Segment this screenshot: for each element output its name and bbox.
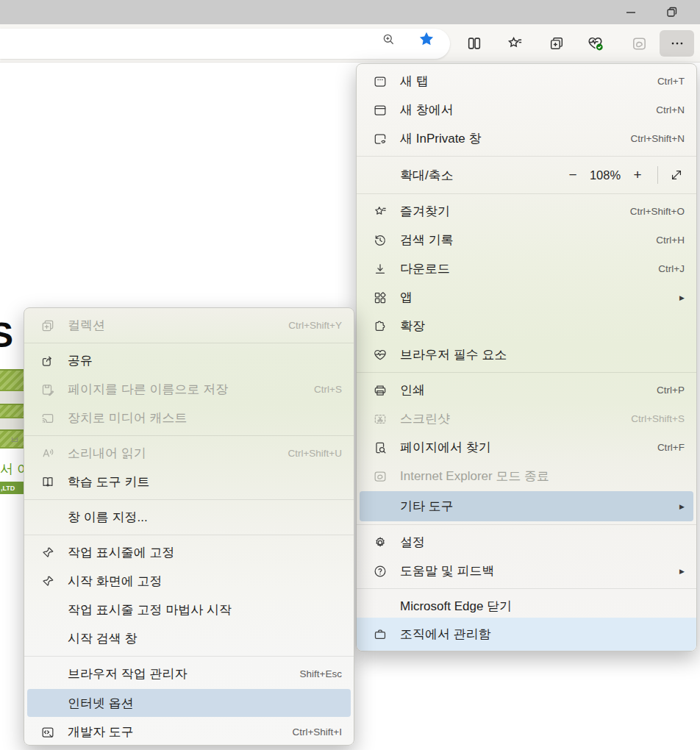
menu-item-label: 학습 도구 키트 [68, 474, 342, 490]
pin-icon [40, 574, 55, 589]
menu-item-label: 페이지에서 찾기 [400, 439, 649, 456]
restore-down-button[interactable] [654, 0, 688, 24]
save-icon [40, 382, 55, 397]
menu-item-new-window[interactable]: 새 창에서Ctrl+N [357, 96, 696, 124]
menu-item-history[interactable]: 검색 기록Ctrl+H [357, 226, 696, 254]
icon-placeholder [40, 510, 55, 525]
menu-item-shortcut: Ctrl+Shift+I [292, 726, 342, 738]
settings-more-menu: 새 탭Ctrl+T새 창에서Ctrl+N새 InPrivate 창Ctrl+Sh… [356, 63, 697, 651]
menu-item-new-inprivate-window[interactable]: 새 InPrivate 창Ctrl+Shift+N [357, 124, 696, 153]
menu-item-developer-tools[interactable]: 개발자 도구Ctrl+Shift+I [24, 718, 354, 746]
zoom-out-button[interactable]: − [562, 164, 584, 186]
screenshot-icon [373, 412, 388, 426]
minimize-button[interactable] [614, 0, 648, 24]
menu-item-internet-options[interactable]: 인터넷 옵션 [27, 689, 351, 717]
page-green-bar [0, 404, 24, 418]
favorites-hub-icon[interactable] [502, 31, 527, 56]
menu-item-managed-by-organization[interactable]: 조직에서 관리함 [357, 618, 696, 651]
menu-item-pin-to-taskbar[interactable]: 작업 표시줄에 고정 [24, 538, 354, 567]
menu-item-label: 검색 기록 [400, 232, 647, 249]
page-text-fragment: ,LTD [0, 482, 24, 494]
menu-item-label: 페이지를 다른 이름으로 저장 [68, 381, 305, 398]
collections-item-icon [40, 318, 55, 333]
zoom-in-button[interactable]: + [626, 164, 649, 186]
menu-item-learning-toolkit[interactable]: 학습 도구 키트 [24, 468, 354, 496]
icon-placeholder [373, 499, 388, 514]
menu-item-more-tools[interactable]: 기타 도구▶ [360, 491, 693, 521]
apps-icon [373, 290, 388, 305]
menu-item-shortcut: Ctrl+H [656, 235, 685, 246]
browser-essentials-icon[interactable] [583, 31, 608, 56]
menu-item-close-edge[interactable]: Microsoft Edge 닫기 [357, 592, 696, 621]
print-icon [373, 383, 388, 398]
menu-item-browser-essentials[interactable]: 브라우저 필수 요소 [357, 340, 696, 369]
menu-item-label: 새 InPrivate 창 [400, 130, 621, 147]
read-aloud-icon [40, 446, 55, 461]
menu-item-share[interactable]: 공유 [24, 346, 354, 375]
menu-item-shortcut: Ctrl+P [657, 385, 685, 396]
menu-item-taskbar-pin-wizard[interactable]: 작업 표시줄 고정 마법사 시작 [24, 596, 354, 624]
menu-separator [357, 372, 696, 373]
help-icon [373, 564, 388, 579]
menu-item-downloads[interactable]: 다운로드Ctrl+J [357, 254, 696, 283]
menu-separator [357, 588, 696, 589]
menu-item-print[interactable]: 인쇄Ctrl+P [357, 376, 696, 404]
fullscreen-icon[interactable] [667, 165, 686, 185]
menu-item-read-aloud: 소리내어 읽기Ctrl+Shift+U [24, 439, 354, 468]
menu-item-label: 작업 표시줄 고정 마법사 시작 [68, 601, 342, 618]
titlebar [0, 0, 700, 24]
menu-item-label: 스크린샷 [400, 410, 622, 427]
menu-item-find-on-page[interactable]: 페이지에서 찾기Ctrl+F [357, 433, 696, 462]
menu-item-new-tab[interactable]: 새 탭Ctrl+T [357, 67, 696, 96]
menu-item-label: 기타 도구 [400, 498, 672, 515]
menu-item-shortcut: Ctrl+N [656, 104, 685, 115]
extensions-icon [373, 319, 388, 334]
menu-separator [24, 535, 354, 535]
menu-item-shortcut: Ctrl+Shift+S [631, 413, 685, 424]
menu-item-settings[interactable]: 설정 [357, 528, 696, 557]
ie-mode-icon [626, 31, 651, 56]
menu-item-label: Internet Explorer 모드 종료 [400, 468, 685, 485]
menu-separator [357, 193, 696, 194]
icon-placeholder [40, 603, 55, 618]
menu-item-shortcut: Ctrl+Shift+Y [288, 320, 342, 331]
zoom-level-value: 108% [584, 168, 626, 182]
menu-item-shortcut: Ctrl+F [657, 442, 685, 453]
menu-item-label: 컬렉션 [68, 317, 279, 334]
menu-item-web-capture: 스크린샷Ctrl+Shift+S [357, 404, 696, 433]
menu-item-start-search-window[interactable]: 시작 검색 창 [24, 624, 354, 653]
menu-item-shortcut: Ctrl+Shift+N [630, 133, 685, 144]
menu-item-apps[interactable]: 앱▶ [357, 283, 696, 312]
menu-item-label: Microsoft Edge 닫기 [400, 598, 685, 615]
new-window-icon [373, 103, 388, 118]
menu-item-help-feedback[interactable]: 도움말 및 피드백▶ [357, 557, 696, 585]
split-screen-icon[interactable] [462, 31, 487, 56]
menu-item-label: 작업 표시줄에 고정 [68, 544, 342, 561]
menu-item-label: 개발자 도구 [68, 724, 283, 740]
menu-item-name-window[interactable]: 창 이름 지정... [24, 503, 354, 532]
menu-separator [24, 435, 354, 436]
favorite-star-filled-icon[interactable] [414, 26, 439, 51]
page-logo-fragment: S [0, 315, 12, 355]
submenu-arrow-icon: ▶ [679, 568, 685, 575]
browser-window: S ㅂ 서 이 ,LTD 새 탭Ctrl+T새 창에서Ctrl+N새 InPri… [0, 0, 700, 750]
menu-item-cast-media: 장치로 미디어 캐스트 [24, 404, 354, 432]
menu-item-pin-to-start[interactable]: 시작 화면에 고정 [24, 567, 354, 596]
page-gray-bar [0, 418, 24, 429]
collections-icon[interactable] [544, 31, 569, 56]
menu-item-browser-task-manager[interactable]: 브라우저 작업 관리자Shift+Esc [24, 660, 354, 688]
menu-item-label: 시작 화면에 고정 [68, 573, 342, 590]
menu-item-extensions[interactable]: 확장 [357, 312, 696, 340]
icon-placeholder [40, 632, 55, 646]
page-text-fragment: ㅂ [10, 434, 20, 447]
menu-item-shortcut: Ctrl+T [657, 76, 685, 87]
icon-placeholder [40, 667, 55, 682]
menu-item-favorites[interactable]: 즐겨찾기Ctrl+Shift+O [357, 197, 696, 226]
menu-item-label: 새 창에서 [400, 101, 647, 118]
zoom-row: 확대/축소−108%+ [357, 160, 696, 190]
zoom-page-icon[interactable] [376, 26, 401, 51]
menu-item-shortcut: Ctrl+J [658, 263, 685, 274]
menu-item-label: 소리내어 읽기 [68, 445, 279, 462]
menu-item-save-page-as: 페이지를 다른 이름으로 저장Ctrl+S [24, 375, 354, 404]
settings-more-button[interactable] [660, 30, 694, 57]
